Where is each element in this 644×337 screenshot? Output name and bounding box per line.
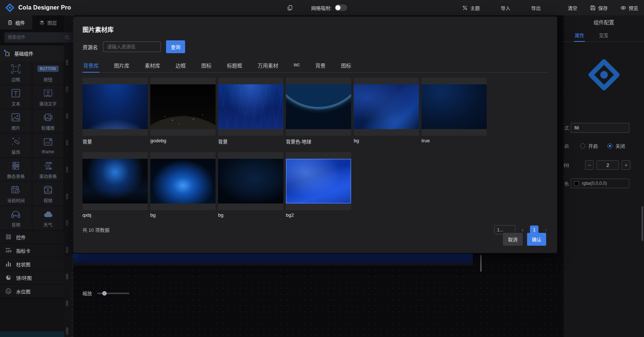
image-label: true xyxy=(422,138,487,143)
panel-scrollbar[interactable] xyxy=(641,206,643,241)
image-card-box xyxy=(150,78,216,136)
zoom-slider-knob[interactable] xyxy=(102,291,107,296)
basic-components-section[interactable]: 基础组件 m3 5 4 4 4-4 xyxy=(0,45,64,61)
ruler-number: 450 xyxy=(65,140,69,146)
library-tab[interactable]: 万用素材 xyxy=(257,58,279,72)
color-input[interactable]: rgba(0,0,0,0) xyxy=(571,179,629,188)
component-item[interactable]: 轮播图 xyxy=(32,109,65,133)
vertical-ruler: 901802703604505406307208109009901080 xyxy=(64,15,73,337)
image-card[interactable]: bg xyxy=(354,78,419,145)
prev-page-button[interactable]: ‹ xyxy=(520,227,525,233)
color-swatch[interactable] xyxy=(574,181,579,186)
dialog-footer: 共 10 项数据 1... M1 1l4 4 4-4 ‹ 1 › xyxy=(82,225,548,234)
radio-on[interactable]: 开启 xyxy=(580,142,598,149)
image-card[interactable]: 背景 xyxy=(82,78,148,145)
library-tab[interactable]: 图标 xyxy=(200,58,212,72)
save-button[interactable]: 保存 xyxy=(590,4,608,11)
canvas-scrollbar[interactable] xyxy=(480,255,482,272)
component-item[interactable]: 当前时间 xyxy=(0,182,32,206)
panel-tab[interactable]: 交互 xyxy=(598,28,609,42)
library-tab[interactable]: 边框 xyxy=(175,58,187,72)
image-card[interactable]: 背景 xyxy=(218,78,283,145)
fill-row: 式 fill M1 1l4 4 4-4 xyxy=(564,123,644,133)
theme-button[interactable]: 主题 xyxy=(462,4,480,11)
image-card[interactable]: godebg xyxy=(150,78,216,145)
component-group-row[interactable]: 控件 m5 3 4 4-4 4 xyxy=(0,230,64,244)
library-tab[interactable]: 标题框 xyxy=(226,58,243,72)
duration-row: (s) − + xyxy=(564,160,644,170)
component-item[interactable]: 视频 xyxy=(32,182,65,206)
stepper-label: (s) xyxy=(564,162,575,168)
topbar-actions: 主题 M9 3v8M5.5 7.5 9 11l3.5-3.5M3.5 14.5h… xyxy=(462,0,638,15)
component-item[interactable]: 文本 xyxy=(0,85,32,109)
clipped-label: 式 xyxy=(564,125,569,131)
move-up-icon[interactable]: M9 15V4M5.5 7.5 9 4l3.5 3.5 xyxy=(240,4,247,11)
ruler-number: 180 xyxy=(65,60,69,65)
component-config-panel: 组件配置 属性 交互 式 fill M1 1l4 4 4-4 启 开启 关闭 (… xyxy=(563,15,644,337)
library-tab[interactable]: 背景库 xyxy=(82,58,99,72)
component-group-row[interactable]: 柱状图 m5 3 4 4-4 4 xyxy=(0,257,64,271)
copy-icon[interactable] xyxy=(287,4,293,11)
component-item[interactable]: 滚动文字 xyxy=(32,85,65,109)
component-item[interactable]: HTML iframe xyxy=(32,133,65,158)
image-card[interactable]: bg2 xyxy=(286,152,351,218)
grid-snap-toggle[interactable] xyxy=(335,4,347,11)
radio-circle-icon xyxy=(607,143,612,149)
redo-icon[interactable]: M11 4l3 3-3 3M14 7H7a4 4 0 1 0 0 8h2 xyxy=(210,4,216,11)
component-item[interactable]: 装饰 xyxy=(0,133,32,158)
sidebar-tab[interactable]: 组件 xyxy=(0,15,32,29)
component-item[interactable]: 边框 xyxy=(0,61,32,85)
library-tab[interactable]: 背景 xyxy=(314,58,326,72)
image-card[interactable]: qxbj xyxy=(82,152,148,218)
undo-icon[interactable]: M7 4 4 7l3 3M4 7h7a4 4 0 1 1 0 8H9 xyxy=(194,4,201,11)
import-button[interactable]: M9 3v8M5.5 7.5 9 11l3.5-3.5M3.5 14.5h11 … xyxy=(492,4,510,11)
export-button[interactable]: M9 11V3M5.5 6.5 9 3l3.5 3.5M3.5 14.5h11 … xyxy=(523,4,547,11)
component-group-row[interactable]: 123 指标卡 m5 3 4 4-4 4 xyxy=(0,244,64,257)
library-tab[interactable]: 图标 xyxy=(340,58,352,72)
component-item[interactable]: BUTTON 按钮 xyxy=(32,61,65,85)
query-button[interactable]: 查询 xyxy=(166,40,185,53)
resource-name-label: 资源名 xyxy=(82,43,98,51)
confirm-button[interactable]: 确认 xyxy=(527,233,546,246)
image-card[interactable]: bg xyxy=(150,152,216,218)
library-tab[interactable]: wc xyxy=(293,58,301,72)
preview-button[interactable]: 预览 xyxy=(620,4,638,11)
component-group-row[interactable]: 水位图 m5 3 4 4-4 4 xyxy=(0,285,64,298)
component-item[interactable]: 图片 xyxy=(0,109,32,133)
component-item[interactable]: 天气 xyxy=(32,206,65,230)
stepper-value-input[interactable] xyxy=(596,160,619,170)
app-logo-icon xyxy=(5,3,15,12)
image-label: 背景 xyxy=(82,138,148,145)
stepper-plus-button[interactable]: + xyxy=(622,160,630,170)
move-to-top-icon[interactable]: M4 3.5h10M9 15V7M6 10l3-3 3 3 xyxy=(225,4,232,11)
library-tab[interactable]: 素材库 xyxy=(144,58,161,72)
component-item[interactable]: 音频 xyxy=(0,206,32,230)
chevron-right-icon: m5 3 4 4-4 4 xyxy=(55,276,59,280)
search-input[interactable] xyxy=(8,35,65,40)
sidebar-tab[interactable]: 图层 xyxy=(32,15,65,29)
zoom-slider[interactable] xyxy=(97,293,129,294)
component-item[interactable]: 静态表格 xyxy=(0,158,32,182)
radio-off[interactable]: 关闭 xyxy=(607,142,625,149)
image-card[interactable]: true xyxy=(422,78,487,145)
fill-select[interactable]: fill M1 1l4 4 4-4 xyxy=(571,123,629,133)
library-tab[interactable]: 图片库 xyxy=(113,58,130,72)
panel-tab[interactable]: 属性 xyxy=(574,28,585,42)
image-label: 背景色-地球 xyxy=(286,138,351,145)
move-down-icon[interactable]: M9 3v11M5.5 10.5 9 14l3.5-3.5 xyxy=(256,4,262,11)
move-to-bottom-icon[interactable]: M4 14.5h10M9 3v8M6 8l3 3 3-3 xyxy=(271,4,278,11)
resource-name-input[interactable] xyxy=(103,41,161,52)
component-group-row[interactable]: 饼/环图 m5 3 4 4-4 4 xyxy=(0,271,64,285)
chevron-down-icon: m3 5 4 4 4-4 xyxy=(55,51,60,55)
close-icon[interactable]: M4 4l10 10M14 4 4 14 xyxy=(543,28,549,33)
toggle-knob xyxy=(335,5,341,10)
image-card[interactable]: bg xyxy=(218,152,283,218)
stepper-minus-button[interactable]: − xyxy=(585,160,594,170)
delete-icon[interactable]: M3.5 5h11M7 5V3.5h4V5M5 5l.5 9.2a1 1 0 0… xyxy=(302,4,309,11)
component-item[interactable]: 滚动表格 xyxy=(32,158,65,182)
next-page-button[interactable]: › xyxy=(544,227,548,233)
cancel-button[interactable]: 取消 xyxy=(503,233,523,246)
clear-button[interactable]: M3.5 5h11M7 5V3.5h4V5M5 5l.5 9.2a1 1 0 0… xyxy=(559,4,577,11)
image-label: qxbj xyxy=(82,212,148,218)
image-card[interactable]: 背景色-地球 xyxy=(286,78,351,145)
